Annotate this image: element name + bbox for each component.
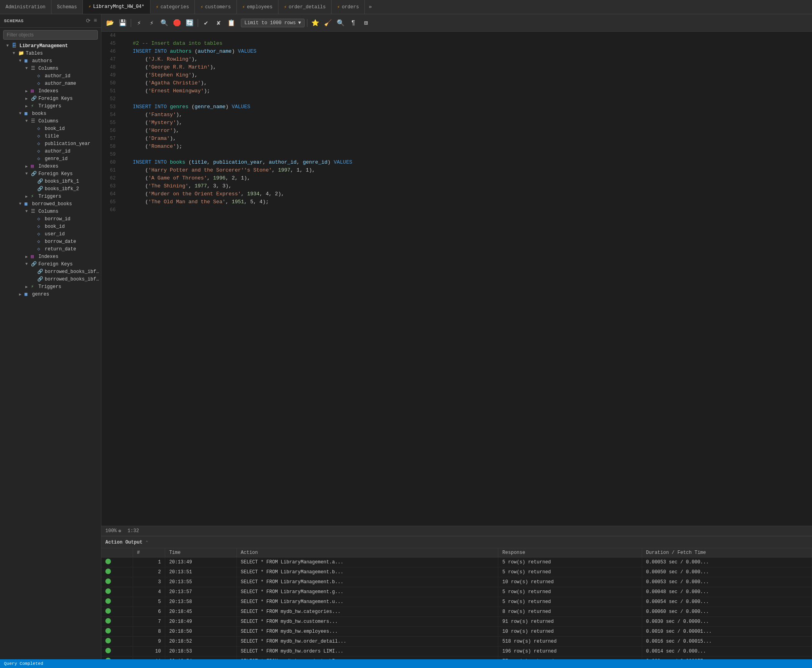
wrap-button[interactable]: ⊞: [360, 17, 372, 29]
tab-librarymng[interactable]: ⚡ LibraryMngt_HW_04*: [83, 0, 150, 14]
table-row[interactable]: 220:13:51SELECT * FROM LibraryManagement…: [101, 567, 812, 577]
zoom-control[interactable]: 100% ⊕: [105, 528, 121, 534]
tree-label: author_id: [45, 73, 71, 79]
table-row[interactable]: 1020:18:53SELECT * FROM mydb_hw.orders L…: [101, 647, 812, 657]
tree-item-books-fk[interactable]: ▼ 🔗 Foreign Keys: [0, 170, 101, 177]
table-row[interactable]: 720:18:49SELECT * FROM mydb_hw.customers…: [101, 617, 812, 627]
tree-item-books-ibfk-1[interactable]: 🔗 books_ibfk_1: [0, 177, 101, 185]
save-button[interactable]: 💾: [117, 17, 128, 29]
tree-item-book-id[interactable]: ◇ book_id: [0, 125, 101, 132]
tree-item-borrowed-books[interactable]: ▼ ▦ borrowed_books: [0, 200, 101, 208]
limit-selector[interactable]: Limit to 1000 rows ▼: [241, 19, 305, 27]
tree-arrow: ▼: [19, 111, 25, 116]
filter-input[interactable]: [3, 30, 98, 40]
tab-administration[interactable]: Administration: [0, 0, 51, 14]
code-line: 61 ('Harry Potter and the Sorcerer''s St…: [101, 166, 812, 174]
tree-item-authors[interactable]: ▼ ▦ authors: [0, 57, 101, 65]
format-button[interactable]: 📋: [226, 17, 237, 29]
line-content: ('Agatha Christie'),: [120, 79, 812, 87]
columns-icon: ☰: [31, 118, 37, 124]
tree-item-authors-indexes[interactable]: ▶ ▤ Indexes: [0, 87, 101, 95]
table-row[interactable]: 620:18:45SELECT * FROM mydb_hw.categorie…: [101, 607, 812, 617]
tree-item-authors-fk[interactable]: ▶ 🔗 Foreign Keys: [0, 95, 101, 102]
tab-label: order_details: [289, 4, 326, 10]
table-row[interactable]: 120:13:49SELECT * FROM LibraryManagement…: [101, 557, 812, 567]
table-row[interactable]: 320:13:55SELECT * FROM LibraryManagement…: [101, 577, 812, 587]
code-line: 51 ('Ernest Hemingway');: [101, 87, 812, 95]
sweep-button[interactable]: 🧹: [322, 17, 334, 29]
tree-item-title[interactable]: ◇ title: [0, 132, 101, 140]
tree-item-genres[interactable]: ▶ ▦ genres: [0, 290, 101, 298]
table-row[interactable]: 920:18:52SELECT * FROM mydb_hw.order_det…: [101, 637, 812, 647]
tree-item-return-date[interactable]: ◇ return_date: [0, 245, 101, 253]
tree-item-bb-user-id[interactable]: ◇ user_id: [0, 230, 101, 238]
execute-button[interactable]: ⚡: [133, 17, 145, 29]
tree-item-bb-fk[interactable]: ▼ 🔗 Foreign Keys: [0, 260, 101, 268]
search-button[interactable]: 🔍: [335, 17, 346, 29]
tree-item-librarymgt[interactable]: ▼ 🗄 LibraryManagement: [0, 42, 101, 50]
status-dot: [105, 559, 111, 564]
tree-item-books-indexes[interactable]: ▶ ▤ Indexes: [0, 162, 101, 170]
folder-icon: 📁: [18, 50, 25, 56]
tree-item-bb-ibfk-2[interactable]: 🔗 borrowed_books_ibfk_2: [0, 275, 101, 283]
action-output-chevron-icon[interactable]: ⌃: [146, 540, 148, 545]
tab-customers[interactable]: ⚡ customers: [195, 0, 236, 14]
text-button[interactable]: ¶: [348, 17, 359, 29]
tab-bar: Administration Schemas ⚡ LibraryMngt_HW_…: [0, 0, 812, 14]
table-row[interactable]: 820:18:50SELECT * FROM mydb_hw.employees…: [101, 627, 812, 637]
tree-item-publication-year[interactable]: ◇ publication_year: [0, 140, 101, 147]
tree-item-genre-id[interactable]: ◇ genre_id: [0, 155, 101, 162]
sidebar-actions[interactable]: ⟳ ≡: [86, 17, 97, 24]
tree-item-bb-book-id[interactable]: ◇ book_id: [0, 223, 101, 230]
tree-item-borrow-date[interactable]: ◇ borrow_date: [0, 238, 101, 245]
tree-item-books-author-id[interactable]: ◇ author_id: [0, 147, 101, 155]
table-row[interactable]: 1120:18:54SELECT * FROM mydb_hw.products…: [101, 657, 812, 660]
tab-order-details[interactable]: ⚡ order_details: [278, 0, 332, 14]
line-number: 66: [101, 206, 120, 214]
explain-button[interactable]: 🔍: [159, 17, 170, 29]
toggle-button[interactable]: 🔄: [184, 17, 195, 29]
index-icon: ▤: [31, 254, 37, 260]
status-cell: [101, 567, 133, 577]
line-number: 56: [101, 127, 120, 135]
tab-schemas[interactable]: Schemas: [51, 0, 83, 14]
check-button[interactable]: ✔: [200, 17, 212, 29]
tree-item-authors-columns[interactable]: ▼ ☰ Columns: [0, 65, 101, 72]
tree-item-tables[interactable]: ▼ 📁 Tables: [0, 50, 101, 57]
output-table-wrap[interactable]: # Time Action Response Duration / Fetch …: [101, 548, 812, 659]
row-response: 518 row(s) returned: [498, 637, 642, 647]
stop-button[interactable]: 🛑: [172, 17, 183, 29]
tree-item-bb-triggers[interactable]: ▶ ⚡ Triggers: [0, 283, 101, 290]
tree-item-author-name[interactable]: ◇ author_name: [0, 80, 101, 87]
tree-item-books-triggers[interactable]: ▶ ⚡ Triggers: [0, 193, 101, 200]
star-button[interactable]: ⭐: [310, 17, 321, 29]
tree-item-books-columns[interactable]: ▼ ☰ Columns: [0, 117, 101, 125]
open-file-button[interactable]: 📂: [105, 17, 116, 29]
tree-item-bb-ibfk-1[interactable]: 🔗 borrowed_books_ibfk_1: [0, 268, 101, 275]
tab-employees[interactable]: ⚡ employees: [237, 0, 278, 14]
cancel-button[interactable]: ✘: [213, 17, 224, 29]
refresh-icon[interactable]: ⟳: [86, 17, 91, 24]
sidebar: SCHEMAS ⟳ ≡ ▼ 🗄 LibraryManagement ▼ 📁 Ta…: [0, 14, 101, 659]
tree-item-bb-indexes[interactable]: ▶ ▤ Indexes: [0, 253, 101, 260]
code-line: 57 ('Drama'),: [101, 135, 812, 143]
tree-item-author-id[interactable]: ◇ author_id: [0, 72, 101, 80]
tab-categories[interactable]: ⚡ categories: [151, 0, 195, 14]
tree-item-books-ibfk-2[interactable]: 🔗 books_ibfk_2: [0, 185, 101, 193]
execute-selection-button[interactable]: ⚡: [146, 17, 157, 29]
tree-item-books[interactable]: ▼ ▦ books: [0, 110, 101, 117]
config-icon[interactable]: ≡: [94, 17, 97, 24]
table-icon: ▦: [25, 58, 31, 64]
table-row[interactable]: 420:13:57SELECT * FROM LibraryManagement…: [101, 587, 812, 597]
table-row[interactable]: 520:13:58SELECT * FROM LibraryManagement…: [101, 597, 812, 607]
tree-item-authors-triggers[interactable]: ▶ ⚡ Triggers: [0, 102, 101, 110]
tree-item-bb-columns[interactable]: ▼ ☰ Columns: [0, 208, 101, 215]
tab-overflow-button[interactable]: »: [365, 0, 376, 14]
code-editor[interactable]: 44 45 #2 -- Insert data into tables46 IN…: [101, 32, 812, 526]
tab-label: employees: [247, 4, 273, 10]
line-content: [120, 32, 812, 40]
tab-orders[interactable]: ⚡ orders: [332, 0, 365, 14]
row-num: 6: [133, 607, 165, 617]
tree-arrow: ▼: [13, 51, 18, 55]
tree-item-borrow-id[interactable]: ◇ borrow_id: [0, 215, 101, 223]
